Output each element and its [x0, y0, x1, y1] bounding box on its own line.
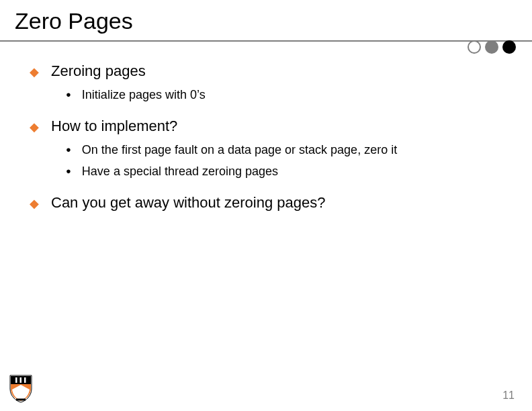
diamond-bullet-icon: ◆ — [30, 63, 39, 81]
bullet-text: How to implement? — [51, 116, 177, 137]
bullet-text: Have a special thread zeroing pages — [82, 163, 278, 180]
slide-body: ◆ Zeroing pages ● Initialize pages with … — [30, 58, 513, 215]
dot-bullet-icon: ● — [66, 144, 71, 156]
bullet-how-implement: ◆ How to implement? — [30, 116, 513, 137]
diamond-bullet-icon: ◆ — [30, 118, 39, 136]
subbullet-special-thread: ● Have a special thread zeroing pages — [66, 163, 513, 180]
svg-rect-1 — [15, 377, 17, 383]
bullet-text: On the first page fault on a data page o… — [82, 141, 397, 158]
title-divider — [0, 40, 532, 42]
title-dots — [468, 40, 516, 54]
bullet-get-away: ◆ Can you get away without zeroing pages… — [30, 192, 513, 214]
subbullet-first-fault: ● On the first page fault on a data page… — [66, 141, 513, 158]
svg-rect-4 — [16, 399, 26, 401]
bullet-zeroing-pages: ◆ Zeroing pages — [30, 60, 513, 82]
dot-gray-icon — [485, 40, 498, 54]
princeton-shield-icon — [9, 375, 32, 406]
svg-rect-3 — [24, 377, 26, 383]
diamond-bullet-icon: ◆ — [30, 195, 39, 212]
svg-rect-2 — [20, 377, 22, 383]
subbullet-initialize: ● Initialize pages with 0’s — [66, 86, 513, 103]
dot-black-icon — [502, 40, 516, 54]
dot-bullet-icon: ● — [66, 165, 71, 178]
slide-title: Zero Pages — [15, 8, 133, 34]
page-number: 11 — [502, 390, 515, 402]
bullet-text: Zeroing pages — [51, 60, 146, 82]
dot-bullet-icon: ● — [66, 89, 71, 101]
bullet-text: Can you get away without zeroing pages? — [51, 192, 325, 214]
dot-outline-icon — [468, 40, 481, 54]
bullet-text: Initialize pages with 0’s — [82, 86, 206, 103]
